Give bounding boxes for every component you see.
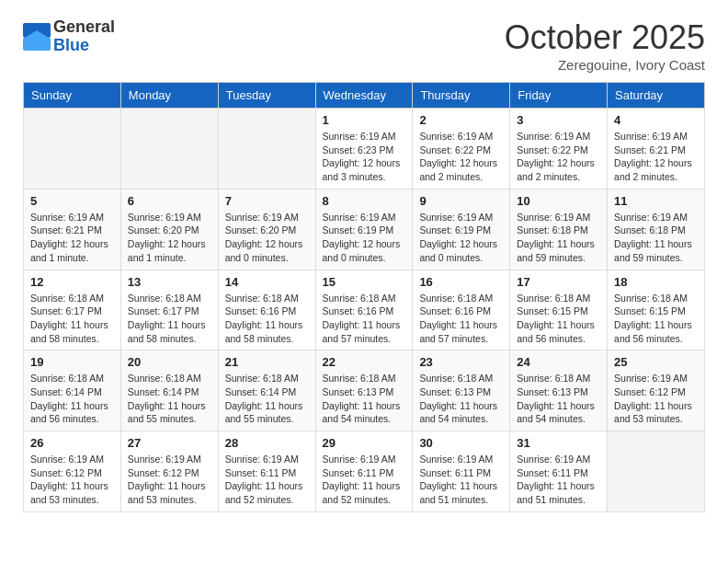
day-info: Sunrise: 6:18 AM Sunset: 6:13 PM Dayligh… — [323, 372, 406, 426]
day-number: 1 — [323, 113, 406, 127]
calendar-cell: 28Sunrise: 6:19 AM Sunset: 6:11 PM Dayli… — [218, 431, 315, 512]
week-row-1: 1Sunrise: 6:19 AM Sunset: 6:23 PM Daylig… — [24, 109, 705, 190]
day-info: Sunrise: 6:18 AM Sunset: 6:16 PM Dayligh… — [225, 292, 309, 346]
day-info: Sunrise: 6:18 AM Sunset: 6:14 PM Dayligh… — [128, 372, 211, 426]
day-number: 12 — [30, 275, 114, 289]
calendar-cell: 16Sunrise: 6:18 AM Sunset: 6:16 PM Dayli… — [413, 270, 510, 350]
day-header-friday: Friday — [510, 83, 608, 109]
day-number: 16 — [419, 275, 503, 289]
day-number: 11 — [614, 194, 698, 208]
calendar-cell: 8Sunrise: 6:19 AM Sunset: 6:19 PM Daylig… — [315, 189, 413, 270]
day-info: Sunrise: 6:19 AM Sunset: 6:21 PM Dayligh… — [30, 211, 114, 265]
calendar-cell: 10Sunrise: 6:19 AM Sunset: 6:18 PM Dayli… — [510, 189, 608, 270]
day-number: 4 — [614, 113, 698, 127]
calendar-cell: 17Sunrise: 6:18 AM Sunset: 6:15 PM Dayli… — [510, 270, 608, 350]
day-info: Sunrise: 6:19 AM Sunset: 6:18 PM Dayligh… — [614, 211, 698, 265]
day-number: 6 — [128, 194, 211, 208]
calendar-cell: 18Sunrise: 6:18 AM Sunset: 6:15 PM Dayli… — [608, 270, 705, 350]
day-number: 21 — [225, 355, 309, 369]
day-number: 27 — [128, 436, 211, 450]
calendar-cell: 14Sunrise: 6:18 AM Sunset: 6:16 PM Dayli… — [218, 270, 315, 350]
day-header-sunday: Sunday — [24, 83, 121, 109]
day-info: Sunrise: 6:19 AM Sunset: 6:23 PM Dayligh… — [323, 130, 406, 184]
week-row-5: 26Sunrise: 6:19 AM Sunset: 6:12 PM Dayli… — [24, 431, 705, 512]
calendar-table: SundayMondayTuesdayWednesdayThursdayFrid… — [23, 82, 705, 512]
week-row-4: 19Sunrise: 6:18 AM Sunset: 6:14 PM Dayli… — [24, 350, 705, 431]
calendar-cell: 29Sunrise: 6:19 AM Sunset: 6:11 PM Dayli… — [315, 431, 413, 512]
calendar-cell: 15Sunrise: 6:18 AM Sunset: 6:16 PM Dayli… — [315, 270, 413, 350]
day-info: Sunrise: 6:19 AM Sunset: 6:11 PM Dayligh… — [419, 453, 503, 507]
day-info: Sunrise: 6:19 AM Sunset: 6:11 PM Dayligh… — [323, 453, 406, 507]
calendar-cell: 19Sunrise: 6:18 AM Sunset: 6:14 PM Dayli… — [24, 350, 121, 431]
calendar-cell: 30Sunrise: 6:19 AM Sunset: 6:11 PM Dayli… — [413, 431, 510, 512]
day-number: 10 — [517, 194, 600, 208]
month-title: October 2025 — [505, 18, 705, 57]
calendar-cell — [218, 109, 315, 190]
day-info: Sunrise: 6:19 AM Sunset: 6:12 PM Dayligh… — [30, 453, 114, 507]
calendar-cell: 22Sunrise: 6:18 AM Sunset: 6:13 PM Dayli… — [315, 350, 413, 431]
day-number: 3 — [517, 113, 600, 127]
day-number: 22 — [323, 355, 406, 369]
day-info: Sunrise: 6:19 AM Sunset: 6:12 PM Dayligh… — [614, 372, 698, 426]
location: Zeregouine, Ivory Coast — [505, 57, 705, 73]
calendar-cell: 21Sunrise: 6:18 AM Sunset: 6:14 PM Dayli… — [218, 350, 315, 431]
day-number: 8 — [323, 194, 406, 208]
day-info: Sunrise: 6:18 AM Sunset: 6:17 PM Dayligh… — [30, 292, 114, 346]
calendar-cell: 2Sunrise: 6:19 AM Sunset: 6:22 PM Daylig… — [413, 109, 510, 190]
calendar-cell: 12Sunrise: 6:18 AM Sunset: 6:17 PM Dayli… — [24, 270, 121, 350]
day-headers-row: SundayMondayTuesdayWednesdayThursdayFrid… — [24, 83, 705, 109]
day-number: 19 — [30, 355, 114, 369]
calendar-cell — [120, 109, 218, 190]
calendar-cell: 7Sunrise: 6:19 AM Sunset: 6:20 PM Daylig… — [218, 189, 315, 270]
day-number: 9 — [419, 194, 503, 208]
calendar-cell: 26Sunrise: 6:19 AM Sunset: 6:12 PM Dayli… — [24, 431, 121, 512]
day-info: Sunrise: 6:19 AM Sunset: 6:22 PM Dayligh… — [419, 130, 503, 184]
day-number: 18 — [614, 275, 698, 289]
calendar-cell — [608, 431, 705, 512]
calendar-cell: 23Sunrise: 6:18 AM Sunset: 6:13 PM Dayli… — [413, 350, 510, 431]
logo-icon — [23, 23, 51, 51]
day-number: 25 — [614, 355, 698, 369]
logo-general: General — [53, 18, 115, 37]
calendar-cell: 20Sunrise: 6:18 AM Sunset: 6:14 PM Dayli… — [120, 350, 218, 431]
day-number: 29 — [323, 436, 406, 450]
logo-blue: Blue — [53, 37, 115, 55]
calendar-cell — [24, 109, 121, 190]
day-info: Sunrise: 6:18 AM Sunset: 6:15 PM Dayligh… — [517, 292, 600, 346]
day-info: Sunrise: 6:18 AM Sunset: 6:14 PM Dayligh… — [225, 372, 309, 426]
day-header-thursday: Thursday — [413, 83, 510, 109]
calendar-cell: 6Sunrise: 6:19 AM Sunset: 6:20 PM Daylig… — [120, 189, 218, 270]
logo: General Blue — [23, 18, 115, 55]
day-number: 17 — [517, 275, 600, 289]
day-header-saturday: Saturday — [608, 83, 705, 109]
logo-text: General Blue — [53, 18, 115, 55]
day-number: 24 — [517, 355, 600, 369]
day-number: 30 — [419, 436, 503, 450]
calendar-cell: 31Sunrise: 6:19 AM Sunset: 6:11 PM Dayli… — [510, 431, 608, 512]
day-number: 31 — [517, 436, 600, 450]
day-info: Sunrise: 6:18 AM Sunset: 6:16 PM Dayligh… — [419, 292, 503, 346]
day-info: Sunrise: 6:18 AM Sunset: 6:17 PM Dayligh… — [128, 292, 211, 346]
day-info: Sunrise: 6:19 AM Sunset: 6:11 PM Dayligh… — [517, 453, 600, 507]
day-info: Sunrise: 6:19 AM Sunset: 6:19 PM Dayligh… — [323, 211, 406, 265]
day-number: 5 — [30, 194, 114, 208]
day-number: 26 — [30, 436, 114, 450]
day-info: Sunrise: 6:19 AM Sunset: 6:19 PM Dayligh… — [419, 211, 503, 265]
day-number: 23 — [419, 355, 503, 369]
day-number: 20 — [128, 355, 211, 369]
calendar-cell: 11Sunrise: 6:19 AM Sunset: 6:18 PM Dayli… — [608, 189, 705, 270]
page-header: General Blue October 2025 Zeregouine, Iv… — [9, 9, 719, 77]
day-number: 28 — [225, 436, 309, 450]
day-number: 15 — [323, 275, 406, 289]
day-header-monday: Monday — [120, 83, 218, 109]
day-info: Sunrise: 6:18 AM Sunset: 6:16 PM Dayligh… — [323, 292, 406, 346]
week-row-3: 12Sunrise: 6:18 AM Sunset: 6:17 PM Dayli… — [24, 270, 705, 350]
calendar-cell: 27Sunrise: 6:19 AM Sunset: 6:12 PM Dayli… — [120, 431, 218, 512]
calendar-cell: 9Sunrise: 6:19 AM Sunset: 6:19 PM Daylig… — [413, 189, 510, 270]
calendar-cell: 25Sunrise: 6:19 AM Sunset: 6:12 PM Dayli… — [608, 350, 705, 431]
day-info: Sunrise: 6:18 AM Sunset: 6:15 PM Dayligh… — [614, 292, 698, 346]
day-number: 14 — [225, 275, 309, 289]
week-row-2: 5Sunrise: 6:19 AM Sunset: 6:21 PM Daylig… — [24, 189, 705, 270]
day-number: 7 — [225, 194, 309, 208]
calendar-cell: 5Sunrise: 6:19 AM Sunset: 6:21 PM Daylig… — [24, 189, 121, 270]
